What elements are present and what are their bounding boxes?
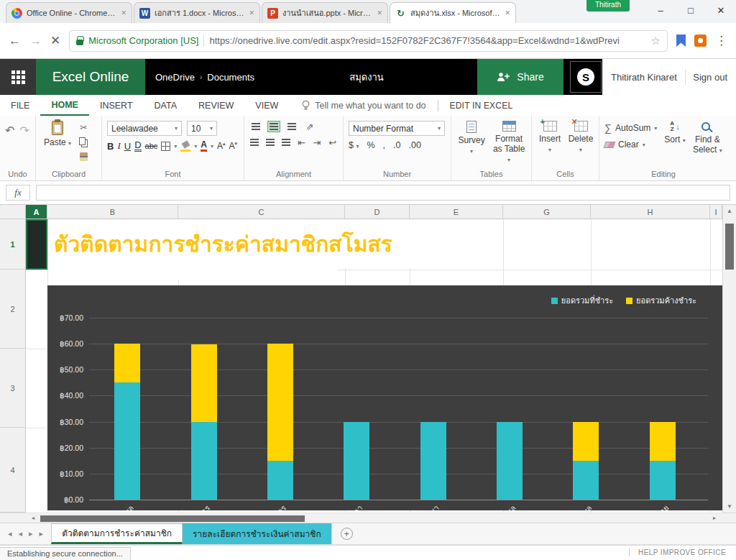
browser-menu-icon[interactable]: ⋮ bbox=[715, 33, 727, 48]
app-brand[interactable]: Excel Online bbox=[36, 59, 145, 95]
column-header-A[interactable]: A bbox=[26, 205, 47, 219]
sheet-nav-icon[interactable]: ◂ bbox=[17, 529, 25, 538]
bookmark-star-icon[interactable]: ☆ bbox=[651, 35, 661, 47]
ribbon-tab-insert[interactable]: INSERT bbox=[89, 95, 144, 116]
increase-indent-icon[interactable]: ⇥ bbox=[312, 137, 323, 148]
row-header-1[interactable]: 1 bbox=[0, 219, 26, 270]
underline-button[interactable]: U bbox=[124, 141, 131, 152]
increase-decimal-button[interactable]: .0 bbox=[393, 140, 400, 150]
fill-color-icon[interactable] bbox=[180, 141, 190, 152]
text-orientation-icon[interactable]: ⇗ bbox=[303, 121, 316, 132]
row-header-2[interactable]: 2 bbox=[0, 270, 26, 349]
column-header-H[interactable]: H bbox=[591, 205, 710, 219]
ribbon-tab-data[interactable]: DATA bbox=[144, 95, 188, 116]
align-middle-icon[interactable] bbox=[267, 121, 280, 132]
help-improve-office-link[interactable]: HELP IMPROVE OFFICE bbox=[629, 548, 726, 556]
address-bar[interactable]: Microsoft Corporation [US] https://onedr… bbox=[69, 30, 668, 52]
document-title[interactable]: สมุดงาน bbox=[309, 70, 424, 85]
stop-button[interactable]: ✕ bbox=[50, 33, 60, 48]
clear-button[interactable]: Clear▾ bbox=[604, 139, 657, 150]
horizontal-scroll-thumb[interactable] bbox=[40, 515, 305, 522]
browser-profile-badge[interactable]: Thitirath bbox=[586, 0, 630, 12]
comma-style-button[interactable]: , bbox=[383, 140, 385, 150]
app-launcher-button[interactable] bbox=[0, 59, 36, 95]
column-header-G[interactable]: G bbox=[503, 205, 591, 219]
row-header-3[interactable]: 3 bbox=[0, 349, 26, 428]
share-button[interactable]: Share bbox=[477, 59, 564, 95]
sheet-tab[interactable]: ตัวติดตามการชำระค่าสมาชิก bbox=[51, 523, 183, 544]
column-header-D[interactable]: D bbox=[345, 205, 410, 219]
add-sheet-button[interactable]: + bbox=[341, 528, 353, 540]
increase-font-icon[interactable]: A▴ bbox=[217, 141, 226, 151]
close-button[interactable]: ✕ bbox=[706, 0, 736, 22]
sheet-nav-icon[interactable]: ◂ bbox=[6, 529, 14, 538]
tell-me-box[interactable]: Tell me what you want to do bbox=[302, 100, 426, 111]
font-name-select[interactable]: Leelawadee▾ bbox=[107, 121, 182, 136]
column-header-I[interactable]: I bbox=[710, 205, 722, 219]
ribbon-tab-file[interactable]: FILE bbox=[0, 95, 40, 116]
select-all-corner[interactable] bbox=[0, 205, 26, 219]
tab-close-icon[interactable]: ✕ bbox=[377, 9, 382, 17]
sheet-nav-icon[interactable]: ▸ bbox=[27, 529, 35, 538]
vertical-scroll-thumb[interactable] bbox=[725, 224, 734, 270]
undo-icon[interactable]: ↶ bbox=[5, 124, 14, 137]
format-painter-icon[interactable] bbox=[80, 152, 88, 161]
align-left-icon[interactable] bbox=[249, 137, 260, 148]
worksheet-title-cell[interactable]: ตัวติดตามการชำระค่าสมาชิกสโมสร bbox=[48, 219, 498, 268]
spreadsheet-grid[interactable]: ตัวติดตามการชำระค่าสมาชิกสโมสร ยอดรวมที่… bbox=[0, 205, 736, 513]
selected-cell-a1[interactable] bbox=[26, 219, 47, 270]
url-text[interactable]: https://onedrive.live.com/edit.aspx?resi… bbox=[209, 35, 645, 46]
formula-input[interactable] bbox=[36, 185, 730, 201]
row-header-4[interactable]: 4 bbox=[0, 428, 26, 513]
edit-in-excel-button[interactable]: EDIT IN EXCEL bbox=[450, 101, 513, 111]
borders-icon[interactable] bbox=[161, 142, 170, 151]
extension-icon[interactable] bbox=[694, 35, 707, 47]
vertical-scrollbar[interactable]: ▲ ▼ bbox=[722, 205, 736, 513]
ribbon-tab-review[interactable]: REVIEW bbox=[188, 95, 244, 116]
bold-button[interactable]: B bbox=[107, 141, 114, 152]
column-header-B[interactable]: B bbox=[47, 205, 178, 219]
double-underline-button[interactable]: D bbox=[134, 140, 141, 152]
scroll-left-icon[interactable]: ◂ bbox=[27, 515, 39, 521]
decrease-indent-icon[interactable]: ⇤ bbox=[296, 137, 307, 148]
align-bottom-icon[interactable] bbox=[285, 121, 298, 132]
browser-tab[interactable]: Wเอกสาร 1.docx - Microsoft✕ bbox=[134, 2, 260, 23]
percent-style-button[interactable]: % bbox=[367, 140, 374, 150]
paste-button[interactable]: Paste ▾ bbox=[41, 121, 74, 148]
tab-close-icon[interactable]: ✕ bbox=[249, 9, 254, 17]
sign-out-link[interactable]: Sign out bbox=[693, 72, 727, 83]
tab-close-icon[interactable]: ✕ bbox=[505, 9, 510, 17]
wrap-text-icon[interactable]: ↩ bbox=[327, 137, 338, 148]
font-color-icon[interactable]: A bbox=[201, 140, 207, 152]
sort-button[interactable]: AZ↓ Sort ▾ bbox=[662, 121, 687, 145]
cut-icon[interactable]: ✂ bbox=[80, 122, 88, 133]
ribbon-tab-home[interactable]: HOME bbox=[40, 95, 89, 116]
insert-cells-button[interactable]: + Insert ▾ bbox=[537, 121, 563, 155]
accounting-format-button[interactable]: $ ▾ bbox=[349, 140, 359, 150]
skype-button[interactable]: S bbox=[570, 61, 602, 93]
sheet-nav-icon[interactable]: ▸ bbox=[37, 529, 46, 538]
font-size-select[interactable]: 10▾ bbox=[187, 121, 217, 136]
format-as-table-button[interactable]: Format as Table ▾ bbox=[492, 121, 526, 164]
scroll-down-icon[interactable]: ▼ bbox=[723, 503, 736, 510]
ribbon-tab-view[interactable]: VIEW bbox=[244, 95, 289, 116]
tab-close-icon[interactable]: ✕ bbox=[121, 9, 126, 17]
minimize-button[interactable]: – bbox=[645, 0, 676, 22]
copy-icon[interactable] bbox=[79, 137, 86, 145]
back-button[interactable]: ← bbox=[9, 34, 21, 48]
sheet-tab[interactable]: รายละเอียดการชำระเงินค่าสมาชิก bbox=[183, 523, 332, 544]
embedded-chart[interactable]: ยอดรวมที่ชำระยอดรวมค้างชำระ฿70.00฿60.00฿… bbox=[47, 285, 722, 510]
decrease-decimal-button[interactable]: .00 bbox=[409, 140, 421, 150]
scroll-right-icon[interactable]: ▸ bbox=[709, 515, 720, 521]
scroll-up-icon[interactable]: ▲ bbox=[723, 208, 736, 214]
align-right-icon[interactable] bbox=[280, 137, 291, 148]
browser-tab[interactable]: ↻สมุดงาน.xlsx - Microsoft E✕ bbox=[390, 2, 516, 23]
find-select-button[interactable]: Find & Select ▾ bbox=[693, 121, 722, 155]
autosum-button[interactable]: ∑AutoSum▾ bbox=[604, 122, 657, 134]
browser-tab[interactable]: Pงานนำเสนอ.pptx - Microso✕ bbox=[262, 2, 388, 23]
italic-button[interactable]: I bbox=[117, 140, 120, 152]
column-header-E[interactable]: E bbox=[410, 205, 503, 219]
breadcrumb-documents[interactable]: Documents bbox=[207, 72, 254, 83]
browser-tab[interactable]: Office Online - Chrome เว็บ✕ bbox=[6, 2, 132, 23]
forward-button[interactable]: → bbox=[29, 34, 42, 48]
